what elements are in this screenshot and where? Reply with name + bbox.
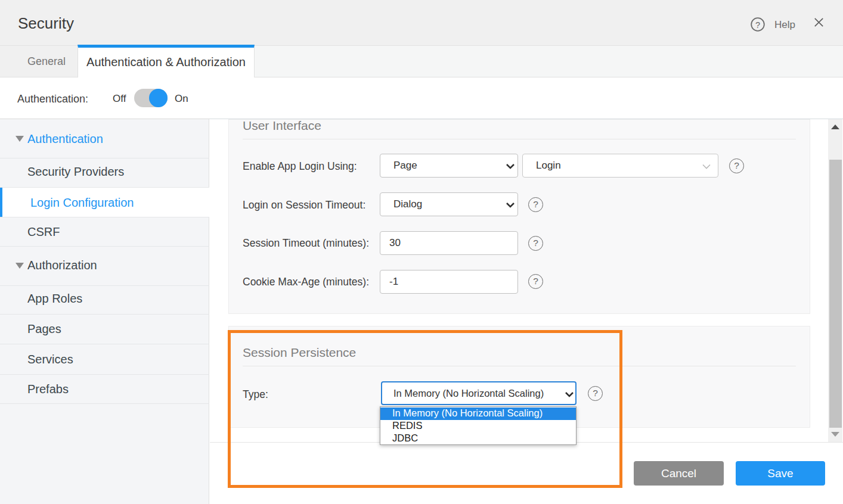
svg-text:?: ? (755, 20, 760, 30)
